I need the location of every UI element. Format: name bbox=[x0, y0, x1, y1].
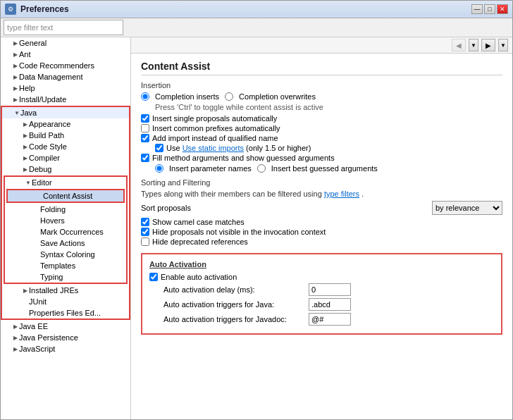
completion-overwrites-radio[interactable] bbox=[225, 92, 233, 101]
delay-input[interactable] bbox=[309, 283, 351, 296]
sidebar-item-label: Installed JREs bbox=[29, 286, 126, 295]
auto-activation-title: Auto Activation bbox=[149, 260, 494, 268]
use-static-imports-checkbox[interactable] bbox=[155, 144, 163, 152]
back-button[interactable]: ◀ bbox=[452, 39, 466, 51]
hide-deprecated-label: Hide deprecated references bbox=[152, 237, 248, 246]
add-import-checkbox[interactable] bbox=[141, 134, 149, 142]
completion-inserts-label: Completion inserts bbox=[155, 92, 219, 101]
sidebar-item-label: Code Style bbox=[29, 142, 126, 151]
fill-method-checkbox[interactable] bbox=[141, 154, 149, 162]
sidebar-item-label: Build Path bbox=[29, 131, 126, 140]
insert-best-guessed-label: Insert best guessed arguments bbox=[271, 164, 378, 173]
hide-deprecated-checkbox[interactable] bbox=[141, 237, 149, 246]
completion-overwrites-label: Completion overwrites bbox=[239, 92, 316, 101]
forward-button[interactable]: ▶ bbox=[481, 39, 495, 51]
sidebar-item-hovers[interactable]: ▶ Hovers bbox=[5, 215, 126, 226]
delay-label: Auto activation delay (ms): bbox=[163, 285, 304, 294]
arrow-icon: ▼ bbox=[25, 179, 32, 186]
arrow-icon: ▶ bbox=[12, 334, 19, 341]
sidebar-item-code-recommenders[interactable]: ▶ Code Recommenders bbox=[1, 60, 130, 71]
auto-activation-section: Auto Activation Enable auto activation A… bbox=[141, 253, 502, 335]
enable-auto-activation-checkbox[interactable] bbox=[149, 273, 158, 281]
sidebar-item-content-assist[interactable]: ▶ Content Assist bbox=[8, 190, 123, 202]
sidebar-item-label: Compiler bbox=[29, 154, 126, 162]
triggers-javadoc-label: Auto activation triggers for Javadoc: bbox=[163, 315, 304, 323]
triggers-java-label: Auto activation triggers for Java: bbox=[163, 300, 304, 309]
sidebar-item-properties-files-editor[interactable]: ▶ Properties Files Ed... bbox=[2, 307, 129, 319]
sidebar-item-mark-occurrences[interactable]: ▶ Mark Occurrences bbox=[5, 226, 126, 237]
completion-inserts-radio[interactable] bbox=[141, 92, 149, 101]
sidebar-item-syntax-coloring[interactable]: ▶ Syntax Coloring bbox=[5, 249, 126, 260]
triggers-javadoc-input[interactable] bbox=[309, 313, 351, 326]
insert-best-guessed-radio[interactable] bbox=[257, 164, 266, 173]
arrow-icon: ▶ bbox=[12, 323, 19, 330]
sort-proposals-row: Sort proposals by relevance alphabetical… bbox=[141, 201, 502, 215]
show-camel-case-checkbox[interactable] bbox=[141, 218, 149, 226]
insert-single-checkbox[interactable] bbox=[141, 114, 149, 123]
sidebar-item-data-management[interactable]: ▶ Data Management bbox=[1, 71, 130, 82]
arrow-icon: ▶ bbox=[12, 85, 19, 92]
sidebar-item-installed-jres[interactable]: ▶ Installed JREs bbox=[2, 285, 129, 296]
sidebar-item-appearance[interactable]: ▶ Appearance bbox=[2, 118, 129, 130]
sidebar-item-label: Help bbox=[19, 84, 128, 92]
arrow-icon: ▶ bbox=[12, 345, 19, 352]
sidebar-item-code-style[interactable]: ▶ Code Style bbox=[2, 141, 129, 152]
hide-not-visible-checkbox[interactable] bbox=[141, 228, 149, 236]
sidebar-item-save-actions[interactable]: ▶ Save Actions bbox=[5, 237, 126, 249]
maximize-button[interactable]: □ bbox=[484, 4, 495, 14]
sidebar-item-folding[interactable]: ▶ Folding bbox=[5, 204, 126, 215]
add-import-label: Add import instead of qualified name bbox=[152, 134, 278, 142]
sidebar-item-java-persistence[interactable]: ▶ Java Persistence bbox=[1, 332, 130, 343]
sort-proposals-select[interactable]: by relevance alphabetically bbox=[432, 201, 502, 215]
forward-dropdown[interactable]: ▼ bbox=[498, 39, 508, 51]
delay-row: Auto activation delay (ms): bbox=[149, 283, 494, 296]
sidebar: ▶ General ▶ Ant ▶ Code Recommenders ▶ Da… bbox=[1, 37, 131, 419]
back-dropdown[interactable]: ▼ bbox=[469, 39, 478, 51]
show-camel-case-row: Show camel case matches bbox=[141, 218, 502, 226]
sorting-section-label: Sorting and Filtering bbox=[141, 178, 502, 187]
sidebar-item-label: Syntax Coloring bbox=[40, 250, 123, 259]
static-imports-link[interactable]: Use static imports bbox=[183, 144, 244, 152]
sidebar-item-java[interactable]: ▼ Java bbox=[2, 107, 129, 118]
insert-common-prefixes-checkbox[interactable] bbox=[141, 124, 149, 132]
arrow-icon: ▶ bbox=[22, 166, 29, 173]
arrow-icon: ▶ bbox=[12, 51, 19, 58]
sidebar-item-install-update[interactable]: ▶ Install/Update bbox=[1, 94, 130, 105]
sidebar-item-label: Content Assist bbox=[43, 192, 120, 200]
sidebar-item-build-path[interactable]: ▶ Build Path bbox=[2, 130, 129, 141]
sidebar-item-label: Ant bbox=[19, 50, 128, 58]
enable-auto-activation-row: Enable auto activation bbox=[149, 273, 494, 281]
sidebar-item-debug[interactable]: ▶ Debug bbox=[2, 163, 129, 175]
sidebar-item-typing[interactable]: ▶ Typing bbox=[5, 271, 126, 283]
insert-parameter-names-radio[interactable] bbox=[155, 164, 163, 173]
insert-parameter-names-label: Insert parameter names bbox=[169, 164, 252, 173]
sidebar-item-help[interactable]: ▶ Help bbox=[1, 82, 130, 94]
sidebar-item-compiler[interactable]: ▶ Compiler bbox=[2, 152, 129, 163]
parameter-names-row: Insert parameter names Insert best guess… bbox=[141, 164, 502, 173]
hide-deprecated-row: Hide deprecated references bbox=[141, 237, 502, 246]
arrow-icon: ▶ bbox=[22, 143, 29, 150]
minimize-button[interactable]: — bbox=[471, 4, 483, 14]
sidebar-item-templates[interactable]: ▶ Templates bbox=[5, 260, 126, 271]
sidebar-item-ant[interactable]: ▶ Ant bbox=[1, 49, 130, 60]
enable-auto-activation-label: Enable auto activation bbox=[161, 273, 237, 281]
sidebar-item-editor[interactable]: ▼ Editor bbox=[5, 177, 126, 188]
close-button[interactable]: ✕ bbox=[497, 4, 508, 14]
sidebar-item-label: Properties Files Ed... bbox=[29, 309, 126, 317]
type-filters-link[interactable]: type filters bbox=[324, 190, 359, 198]
arrow-icon: ▶ bbox=[22, 154, 29, 161]
triggers-java-input[interactable] bbox=[309, 298, 351, 311]
sidebar-item-general[interactable]: ▶ General bbox=[1, 37, 130, 49]
sidebar-item-java-ee[interactable]: ▶ Java EE bbox=[1, 321, 130, 332]
sidebar-item-javascript[interactable]: ▶ JavaScript bbox=[1, 343, 130, 354]
titlebar-left: ⚙ Preferences bbox=[5, 4, 69, 15]
preferences-window: ⚙ Preferences — □ ✕ ▶ General ▶ Ant bbox=[0, 0, 513, 420]
panel-title: Content Assist bbox=[141, 61, 502, 75]
sidebar-item-label: Debug bbox=[29, 165, 126, 173]
sidebar-item-label: JUnit bbox=[29, 297, 126, 306]
sidebar-item-label: Folding bbox=[40, 205, 123, 214]
sidebar-item-label: Code Recommenders bbox=[19, 61, 128, 70]
sidebar-item-junit[interactable]: ▶ JUnit bbox=[2, 296, 129, 307]
filter-input[interactable] bbox=[4, 20, 123, 35]
sort-proposals-label: Sort proposals bbox=[141, 204, 428, 212]
